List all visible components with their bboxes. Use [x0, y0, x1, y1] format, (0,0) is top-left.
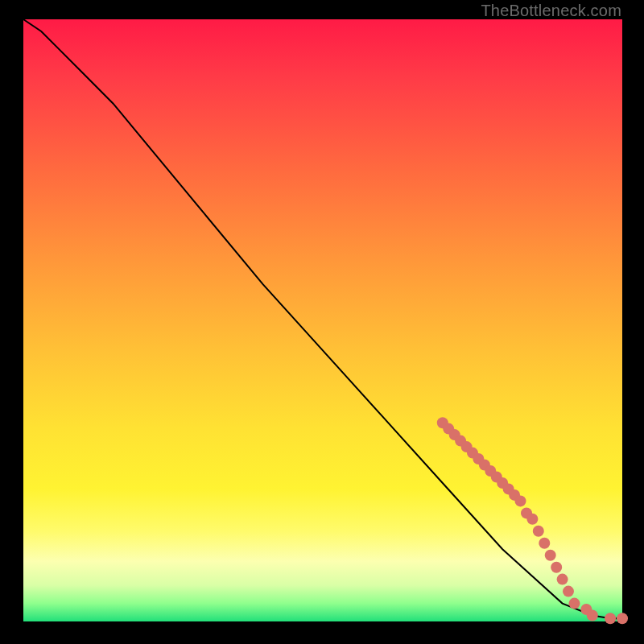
data-point	[539, 538, 550, 549]
data-point	[551, 562, 562, 573]
data-point	[617, 613, 628, 624]
data-point	[557, 574, 568, 585]
data-point	[526, 514, 538, 525]
data-point	[515, 495, 526, 506]
watermark-label: TheBottleneck.com	[481, 2, 621, 20]
bottleneck-curve	[23, 19, 622, 618]
data-point	[587, 610, 598, 621]
plot-area	[23, 19, 622, 621]
data-point	[605, 613, 616, 624]
chart-svg	[23, 19, 622, 621]
data-point	[569, 598, 580, 609]
data-point	[563, 586, 574, 597]
chart-stage: TheBottleneck.com	[0, 0, 644, 644]
data-point	[545, 550, 556, 561]
data-markers	[437, 417, 628, 624]
data-point	[533, 526, 544, 537]
